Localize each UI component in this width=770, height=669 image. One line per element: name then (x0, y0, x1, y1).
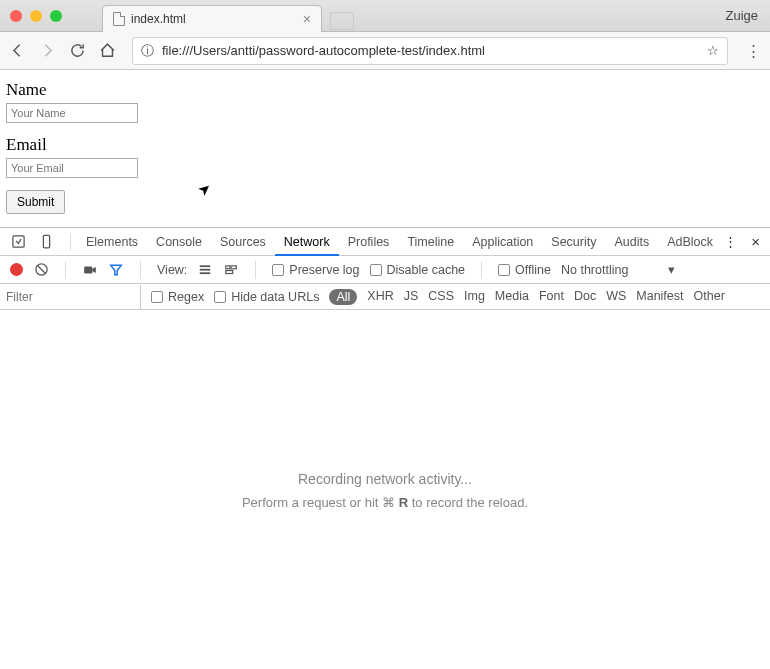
svg-rect-8 (200, 268, 211, 270)
new-tab-button[interactable] (330, 12, 354, 30)
clear-icon[interactable] (33, 262, 49, 278)
filter-type-media[interactable]: Media (495, 289, 529, 305)
svg-marker-6 (111, 265, 122, 274)
profile-label: Zuige (725, 8, 758, 23)
traffic-lights (0, 10, 62, 22)
devtools-tabs: ElementsConsoleSourcesNetworkProfilesTim… (0, 228, 770, 256)
svg-rect-7 (200, 265, 211, 267)
throttling-select[interactable]: No throttling▾ (561, 262, 675, 277)
regex-checkbox[interactable]: Regex (151, 290, 204, 304)
close-window-icon[interactable] (10, 10, 22, 22)
devtools-tab-adblock[interactable]: AdBlock (658, 228, 722, 256)
forward-button[interactable] (38, 42, 56, 59)
filter-type-js[interactable]: JS (404, 289, 419, 305)
record-button[interactable] (10, 263, 23, 276)
email-label: Email (6, 135, 47, 154)
device-toggle-icon[interactable] (38, 234, 54, 250)
maximize-window-icon[interactable] (50, 10, 62, 22)
submit-button[interactable]: Submit (6, 190, 65, 214)
filter-type-css[interactable]: CSS (428, 289, 454, 305)
devtools-tab-elements[interactable]: Elements (77, 228, 147, 256)
svg-marker-5 (92, 267, 96, 273)
url-text: file:///Users/antti/password-autocomplet… (162, 43, 485, 58)
svg-rect-9 (200, 272, 211, 274)
browser-tab[interactable]: index.html × (102, 5, 322, 32)
filter-type-other[interactable]: Other (694, 289, 725, 305)
svg-rect-4 (84, 266, 92, 273)
address-bar[interactable]: ⓘ file:///Users/antti/password-autocompl… (132, 37, 728, 65)
hint-msg: Perform a request or hit ⌘ R to record t… (242, 495, 528, 510)
preserve-log-checkbox[interactable]: Preserve log (272, 263, 359, 277)
home-button[interactable] (98, 42, 116, 59)
hide-urls-checkbox[interactable]: Hide data URLs (214, 290, 319, 304)
page-content: Name Email Submit (0, 70, 770, 224)
browser-menu-icon[interactable]: ⋮ (744, 42, 762, 60)
filter-icon[interactable] (108, 262, 124, 278)
filter-type-doc[interactable]: Doc (574, 289, 596, 305)
back-button[interactable] (8, 42, 26, 59)
offline-checkbox[interactable]: Offline (498, 263, 551, 277)
overview-icon[interactable] (223, 262, 239, 278)
devtools-tab-audits[interactable]: Audits (605, 228, 658, 256)
devtools-more-icon[interactable]: ⋮ (724, 234, 737, 249)
profile-menu[interactable]: Zuige (725, 8, 758, 23)
large-rows-icon[interactable] (197, 262, 213, 278)
devtools-panel: ElementsConsoleSourcesNetworkProfilesTim… (0, 227, 770, 669)
devtools-tab-timeline[interactable]: Timeline (398, 228, 463, 256)
devtools-tab-console[interactable]: Console (147, 228, 211, 256)
name-label: Name (6, 80, 47, 99)
view-label: View: (157, 263, 187, 277)
filter-type-img[interactable]: Img (464, 289, 485, 305)
devtools-tab-network[interactable]: Network (275, 228, 339, 256)
site-info-icon[interactable]: ⓘ (141, 42, 154, 60)
svg-rect-10 (226, 265, 230, 268)
devtools-close-icon[interactable]: × (751, 233, 760, 250)
devtools-tab-profiles[interactable]: Profiles (339, 228, 399, 256)
devtools-tab-application[interactable]: Application (463, 228, 542, 256)
network-empty-state: Recording network activity... Perform a … (0, 312, 770, 669)
recording-msg: Recording network activity... (298, 471, 472, 487)
tab-title: index.html (131, 12, 186, 26)
filter-type-all[interactable]: All (329, 289, 357, 305)
close-tab-icon[interactable]: × (303, 11, 311, 27)
svg-rect-0 (12, 236, 23, 247)
page-icon (113, 12, 125, 26)
name-input[interactable] (6, 103, 138, 123)
email-field: Email (6, 135, 764, 178)
filter-type-manifest[interactable]: Manifest (636, 289, 683, 305)
network-toolbar: View: Preserve log Disable cache Offline… (0, 256, 770, 284)
window-chrome: index.html × Zuige (0, 0, 770, 32)
svg-rect-1 (43, 235, 49, 248)
minimize-window-icon[interactable] (30, 10, 42, 22)
email-input[interactable] (6, 158, 138, 178)
filter-input[interactable] (0, 285, 141, 309)
network-filter-row: Regex Hide data URLs AllXHRJSCSSImgMedia… (0, 284, 770, 310)
devtools-tab-sources[interactable]: Sources (211, 228, 275, 256)
filter-type-font[interactable]: Font (539, 289, 564, 305)
name-field: Name (6, 80, 764, 123)
svg-line-3 (37, 266, 45, 274)
reload-button[interactable] (68, 42, 86, 59)
camera-icon[interactable] (82, 262, 98, 278)
filter-type-ws[interactable]: WS (606, 289, 626, 305)
inspect-icon[interactable] (10, 234, 26, 250)
toolbar: ⓘ file:///Users/antti/password-autocompl… (0, 32, 770, 70)
svg-rect-11 (231, 265, 236, 268)
svg-rect-12 (226, 270, 233, 273)
filter-type-xhr[interactable]: XHR (367, 289, 393, 305)
disable-cache-checkbox[interactable]: Disable cache (370, 263, 466, 277)
bookmark-star-icon[interactable]: ☆ (707, 43, 719, 58)
devtools-tab-security[interactable]: Security (542, 228, 605, 256)
